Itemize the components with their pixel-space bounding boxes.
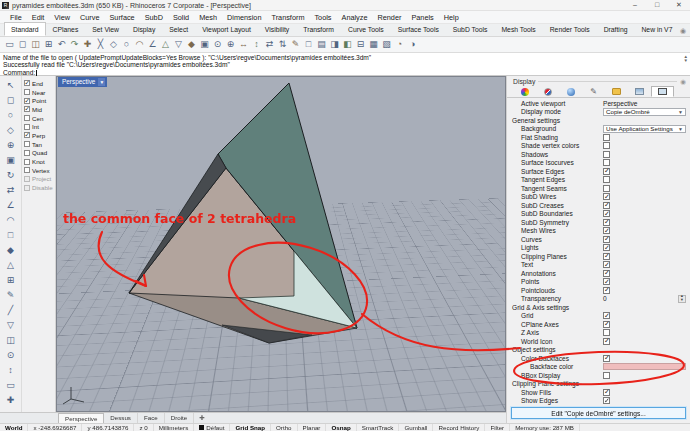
tool-icon[interactable]: ⊞ [4, 273, 17, 288]
checkbox-icon[interactable] [24, 167, 30, 173]
spinner-control[interactable]: ▲▼ [678, 295, 686, 303]
osnap-toggle[interactable]: Perp [24, 131, 55, 140]
toolbar-icon[interactable]: ◔ [393, 38, 406, 51]
checkbox-icon[interactable] [24, 124, 30, 130]
display-setting-row[interactable]: SubD Boundaries ▼ ▲▼ [507, 210, 690, 219]
panel-tab-render[interactable] [536, 86, 559, 97]
tool-icon[interactable]: ▣ [4, 153, 17, 168]
panel-tab-annotate[interactable]: ✎ [582, 86, 605, 97]
checkbox-icon[interactable] [603, 270, 610, 277]
close-button[interactable]: ✕ [668, 0, 690, 10]
toolbar-icon[interactable]: ↶ [55, 38, 68, 51]
toolbar-tab[interactable]: Surface Tools [391, 22, 446, 36]
tool-icon[interactable]: ╱ [4, 303, 17, 318]
toolbar-icon[interactable]: ⊟ [354, 38, 367, 51]
checkbox-icon[interactable] [603, 312, 610, 319]
checkbox-icon[interactable] [603, 338, 610, 345]
checkbox-icon[interactable] [603, 397, 610, 404]
display-setting-row[interactable]: Display mode Copie deOmbré Copie deOmbré… [507, 108, 690, 117]
toolbar-options-icon[interactable]: ◉ [680, 27, 686, 35]
toolbar-icon[interactable]: ✎ [289, 38, 302, 51]
toolbar-tab[interactable]: Set View [85, 22, 126, 36]
status-segment[interactable]: x -248.6926687 [28, 424, 82, 431]
toolbar-tab[interactable]: Render Tools [543, 22, 597, 36]
status-segment[interactable]: Osnap [326, 424, 356, 431]
display-setting-row[interactable]: BBox Display ▼ ▲▼ [507, 371, 690, 380]
checkbox-icon[interactable] [24, 185, 30, 191]
checkbox-icon[interactable] [603, 236, 610, 243]
toolbar-tab[interactable]: New in V7 [634, 22, 679, 36]
toolbar-tab[interactable]: Curve Tools [341, 22, 391, 36]
display-setting-row[interactable]: Curves ▼ ▲▼ [507, 235, 690, 244]
tool-icon[interactable]: □ [4, 228, 17, 243]
display-setting-row[interactable]: Show Edges ▼ ▲▼ [507, 397, 690, 406]
display-setting-row[interactable]: Clipping Plane settings ▼ ▲▼ [507, 380, 690, 389]
checkbox-icon[interactable] [603, 227, 610, 234]
checkbox-icon[interactable] [24, 132, 30, 138]
tool-icon[interactable]: ▽ [4, 318, 17, 333]
display-setting-row[interactable]: General settings ▼ ▲▼ [507, 116, 690, 125]
toolbar-icon[interactable]: ↷ [68, 38, 81, 51]
panel-tab-display[interactable] [651, 86, 674, 97]
display-setting-row[interactable]: Lights ▼ ▲▼ [507, 244, 690, 253]
checkbox-icon[interactable] [24, 159, 30, 165]
checkbox-icon[interactable] [24, 150, 30, 156]
backface-color-swatch[interactable] [603, 363, 686, 370]
toolbar-tab[interactable]: Mesh Tools [494, 22, 542, 36]
osnap-toggle[interactable]: Mid [24, 105, 55, 114]
toolbar-icon[interactable]: ▦ [367, 38, 380, 51]
toolbar-icon[interactable]: ⊙ [211, 38, 224, 51]
checkbox-icon[interactable] [603, 176, 610, 183]
checkbox-icon[interactable] [603, 355, 610, 362]
display-setting-row[interactable]: Color Backfaces ▼ ▲▼ [507, 354, 690, 363]
osnap-toggle[interactable]: End [24, 79, 55, 88]
toolbar-icon[interactable]: ╳ [94, 38, 107, 51]
tool-icon[interactable]: ○ [4, 108, 17, 123]
maximize-button[interactable]: □ [646, 0, 668, 10]
panel-tab-texture[interactable] [628, 86, 651, 97]
edit-display-mode-button[interactable]: Edit "Copie deOmbré" settings... [511, 407, 686, 419]
checkbox-icon[interactable] [603, 210, 610, 217]
display-setting-row[interactable]: CPlane Axes ▼ ▲▼ [507, 320, 690, 329]
toolbar-icon[interactable]: ⇅ [276, 38, 289, 51]
checkbox-icon[interactable] [603, 321, 610, 328]
osnap-toggle[interactable]: Point [24, 96, 55, 105]
command-scrollbar[interactable]: ▲▼ [684, 55, 688, 63]
display-setting-row[interactable]: SubD Symmetry ▼ ▲▼ [507, 218, 690, 227]
command-history[interactable]: Name of the file to open ( UpdatePromptU… [0, 53, 690, 76]
tool-icon[interactable]: ◠ [4, 213, 17, 228]
checkbox-icon[interactable] [603, 142, 610, 149]
toolbar-tab[interactable]: CPlanes [46, 22, 86, 36]
display-setting-row[interactable]: Surface Isocurves ▼ ▲▼ [507, 159, 690, 168]
status-segment[interactable]: Gumball [399, 424, 433, 431]
tool-icon[interactable]: ◫ [4, 333, 17, 348]
toolbar-icon[interactable]: ◠ [133, 38, 146, 51]
checkbox-icon[interactable] [603, 329, 610, 336]
toolbar-tab[interactable]: SubD Tools [446, 22, 495, 36]
tool-icon[interactable]: ◻ [4, 93, 17, 108]
viewport[interactable]: Perspective ▾ [56, 76, 506, 412]
toolbar-icon[interactable]: ▧ [380, 38, 393, 51]
checkbox-icon[interactable] [603, 134, 610, 141]
tool-icon[interactable]: ◆ [4, 243, 17, 258]
toolbar-icon[interactable]: ▤ [315, 38, 328, 51]
dropdown[interactable]: Use Application Settings▼ [603, 125, 686, 133]
viewport-tab[interactable]: Perspective [58, 413, 104, 424]
tool-icon[interactable]: △ [4, 258, 17, 273]
toolbar-icon[interactable]: ↔ [237, 38, 250, 51]
toolbar-icon[interactable]: ◫ [29, 38, 42, 51]
status-segment[interactable]: z 0 [134, 424, 153, 431]
command-prompt-line[interactable]: Command: [3, 69, 690, 76]
status-segment[interactable]: Ortho [271, 424, 297, 431]
display-setting-row[interactable]: Shadows ▼ ▲▼ [507, 150, 690, 159]
display-setting-row[interactable]: Grid & Axis settings ▼ ▲▼ [507, 303, 690, 312]
display-setting-row[interactable]: Active viewport Perspective Perspective▼… [507, 99, 690, 108]
toolbar-icon[interactable]: ▣ [198, 38, 211, 51]
status-segment[interactable]: SmartTrack [357, 424, 400, 431]
toolbar-icon[interactable]: ▭ [3, 38, 16, 51]
viewport-tab[interactable]: Dessus [104, 413, 138, 423]
checkbox-icon[interactable] [24, 80, 30, 86]
osnap-toggle[interactable]: Project [24, 175, 55, 184]
checkbox-icon[interactable] [24, 106, 30, 112]
toolbar-icon[interactable]: ○ [120, 38, 133, 51]
